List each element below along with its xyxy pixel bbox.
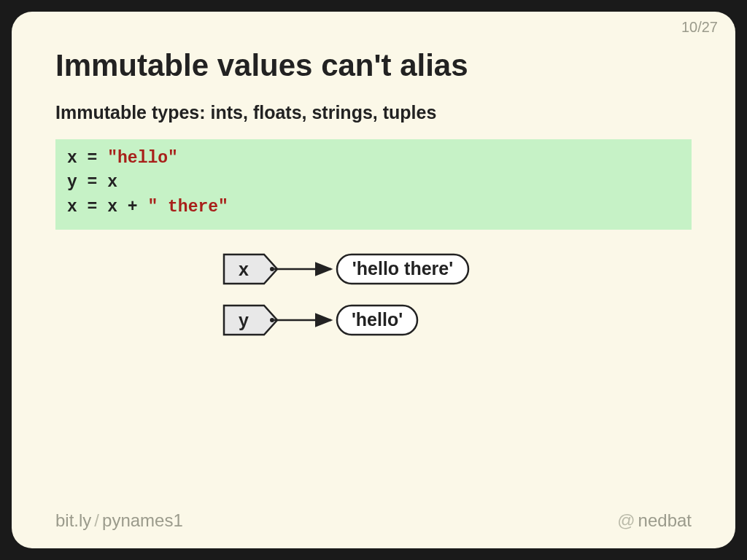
footer-domain: bit.ly (55, 510, 91, 530)
slide-footer: bit.ly/pynames1 @nedbat (55, 510, 692, 531)
svg-point-0 (270, 267, 274, 271)
variable-x-label: x (239, 259, 249, 279)
slide-subtitle: Immutable types: ints, floats, strings, … (55, 102, 692, 123)
footer-username: nedbat (638, 510, 692, 530)
svg-point-2 (270, 318, 274, 322)
footer-link: bit.ly/pynames1 (55, 510, 183, 531)
value-x-label: 'hello there' (352, 258, 453, 279)
value-pill-y: 'hello' (337, 306, 417, 335)
code-block: x = "hello" y = x x = x + " there" (55, 139, 692, 230)
code-line-3a: x = x + (67, 198, 147, 217)
code-line-3b: " there" (147, 198, 228, 217)
name-value-diagram: x 'hello there' y 'hello' (55, 247, 692, 364)
variable-y-label: y (239, 310, 249, 330)
page-current: 10 (681, 19, 697, 35)
code-line-1b: "hello" (107, 149, 178, 168)
slide-title: Immutable values can't alias (55, 48, 692, 83)
page-counter: 10/27 (681, 19, 718, 36)
code-line-1a: x = (67, 149, 107, 168)
footer-path: pynames1 (102, 510, 183, 530)
variable-tag-x: x (224, 254, 277, 284)
code-line-2: y = x (67, 173, 117, 192)
at-sign: @ (617, 510, 635, 530)
footer-handle: @nedbat (617, 510, 692, 531)
variable-tag-y: y (224, 306, 277, 335)
value-y-label: 'hello' (352, 309, 403, 330)
value-pill-x: 'hello there' (337, 254, 468, 284)
footer-slash: / (94, 510, 99, 530)
page-total: 27 (702, 19, 718, 35)
slide: 10/27 Immutable values can't alias Immut… (12, 12, 735, 548)
